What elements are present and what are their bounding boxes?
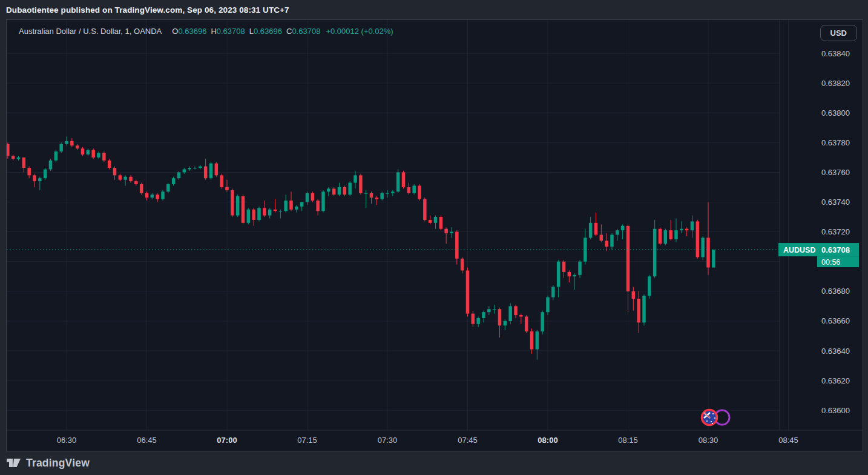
publish-banner: Dubaotientee published on TradingView.co…: [6, 0, 289, 19]
candle-body: [204, 167, 208, 179]
candle-body: [353, 175, 357, 182]
candle-body: [632, 291, 636, 299]
candle-body: [129, 177, 133, 181]
candle-body: [637, 299, 640, 322]
candle-body: [343, 187, 347, 194]
candle-body: [439, 217, 443, 229]
candle-body: [215, 164, 219, 176]
candle-body: [359, 175, 363, 193]
candle-body: [680, 229, 683, 230]
price-chart-svg[interactable]: 0.638400.638200.638000.637800.637600.637…: [7, 20, 863, 451]
candle-body: [284, 201, 288, 211]
ohlc-letter: H: [211, 27, 216, 36]
candle-body: [626, 226, 630, 291]
symbol-legend: Australian Dollar / U.S. Dollar, 1, OAND…: [19, 27, 393, 36]
candle-body: [557, 262, 561, 287]
time-axis[interactable]: [7, 430, 863, 451]
candle-body: [161, 191, 165, 199]
candle-body: [193, 168, 197, 168]
currency-usd-button[interactable]: USD: [820, 25, 857, 41]
candle-body: [444, 229, 448, 233]
event-marker-australia-flag-icon[interactable]: [702, 410, 717, 425]
candle-body: [306, 193, 309, 202]
candle-body: [311, 193, 315, 201]
candle-body: [659, 229, 662, 244]
candle-body: [674, 230, 678, 239]
candle-body: [653, 229, 657, 277]
candle-body: [113, 168, 117, 175]
candle-body: [380, 193, 384, 199]
candle-body: [712, 250, 715, 267]
candle-body: [573, 275, 576, 276]
candle-body: [701, 238, 705, 257]
candle-body: [386, 193, 389, 194]
candle-body: [145, 193, 149, 198]
candle-body: [257, 208, 261, 220]
candle-body: [519, 315, 523, 316]
candle-body: [33, 175, 36, 181]
candle-body: [551, 287, 555, 297]
ohlc-value: 0.63708: [292, 27, 320, 36]
candle-body: [498, 309, 502, 325]
chart-plot-area[interactable]: [7, 20, 780, 430]
candle-body: [493, 309, 496, 310]
candle-body: [289, 201, 293, 210]
candle-body: [97, 153, 100, 157]
candle-body: [295, 207, 298, 210]
ohlc-value: 0.63696: [254, 27, 282, 36]
candle-body: [685, 229, 689, 230]
candle-body: [536, 331, 539, 349]
price-axis[interactable]: [780, 20, 863, 430]
candle-body: [199, 167, 202, 168]
candle-body: [375, 198, 379, 199]
tradingview-brand-text[interactable]: TradingView: [26, 457, 90, 470]
candle-body: [391, 191, 395, 193]
candle-body: [706, 238, 710, 267]
candle-body: [610, 235, 614, 247]
candle-body: [450, 232, 453, 233]
candle-body: [423, 199, 427, 220]
candle-body: [429, 220, 432, 223]
ohlc-value: 0.63708: [217, 27, 245, 36]
symbol-title: Australian Dollar / U.S. Dollar, 1, OAND…: [19, 27, 162, 36]
candle-body: [134, 181, 138, 184]
tradingview-footer: TradingView: [6, 453, 90, 473]
candle-body: [338, 187, 341, 194]
candle-body: [541, 312, 544, 331]
candle-body: [562, 262, 566, 272]
candle-body: [348, 183, 352, 195]
candle-body: [70, 141, 74, 145]
tradingview-logo-icon[interactable]: [6, 457, 21, 469]
ohlc-letter: O: [172, 27, 178, 36]
candle-body: [530, 331, 534, 349]
candle-body: [242, 196, 245, 223]
ohlc-letter: C: [286, 27, 292, 36]
candle-body: [568, 272, 571, 276]
candle-body: [546, 297, 550, 313]
candle-body: [578, 262, 582, 275]
candle-body: [209, 164, 213, 179]
candle-body: [412, 185, 416, 193]
candle-body: [76, 145, 79, 148]
candle-body: [172, 178, 176, 184]
candle-body: [49, 161, 53, 170]
candle-body: [102, 153, 106, 160]
candle-body: [7, 144, 10, 156]
candle-body: [247, 210, 251, 223]
candle-body: [466, 270, 470, 313]
candle-body: [642, 296, 646, 322]
candle-body: [183, 169, 186, 172]
candle-body: [44, 169, 47, 178]
candle-body: [525, 317, 528, 332]
candle-body: [418, 185, 421, 199]
candle-body: [407, 187, 411, 193]
candle-body: [17, 158, 20, 159]
candle-body: [332, 188, 336, 194]
candle-body: [370, 193, 373, 198]
candle-body: [616, 230, 619, 234]
tradingview-snapshot: { "banner": { "text": "Dubaotientee publ…: [0, 0, 868, 475]
candle-body: [364, 193, 368, 194]
candle-body: [455, 232, 459, 259]
candle-body: [151, 194, 154, 198]
candle-body: [396, 172, 400, 191]
